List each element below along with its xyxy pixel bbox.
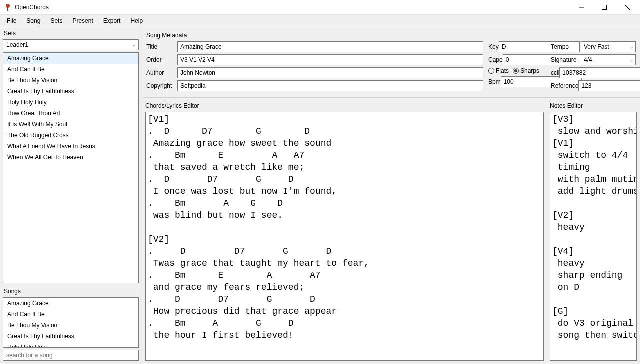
menu-present[interactable]: Present [68, 16, 98, 26]
svg-point-0 [6, 4, 10, 8]
list-item[interactable]: Amazing Grace [4, 53, 138, 64]
bpm-label: Bpm [488, 78, 501, 86]
sets-list[interactable]: Amazing Grace And Can It Be Be Thou My V… [3, 52, 139, 284]
signature-label: Signature [551, 56, 581, 64]
list-item[interactable]: It Is Well With My Soul [4, 119, 138, 130]
reference-input[interactable] [578, 80, 640, 92]
chevron-down-icon: ⌵ [630, 44, 633, 50]
list-item[interactable]: And Can It Be [4, 64, 138, 75]
sharps-radio[interactable]: Sharps [513, 68, 540, 74]
menu-sets[interactable]: Sets [46, 16, 68, 26]
order-input[interactable] [178, 54, 484, 66]
chords-editor-label: Chords/Lyrics Editor [146, 100, 544, 112]
app-title: OpenChords [15, 4, 570, 11]
list-item[interactable]: Holy Holy Holy [4, 97, 138, 108]
list-item[interactable]: Amazing Grace [4, 298, 138, 309]
reference-label: Reference [551, 82, 578, 90]
svg-rect-3 [602, 5, 607, 10]
list-item[interactable]: What A Friend We Have In Jesus [4, 141, 138, 152]
chevron-down-icon: ⌵ [133, 42, 136, 48]
svg-rect-1 [8, 8, 8, 11]
tempo-label: Tempo [551, 44, 581, 50]
ccli-label: ccli [551, 70, 560, 76]
minimize-button[interactable] [570, 0, 593, 14]
flats-radio[interactable]: Flats [488, 68, 509, 74]
menu-export[interactable]: Export [98, 16, 126, 26]
notes-editor[interactable] [550, 112, 637, 361]
list-item[interactable]: When We All Get To Heaven [4, 152, 138, 163]
menubar: File Song Sets Present Export Help [0, 15, 640, 28]
capo-label: Capo [488, 56, 503, 64]
list-item[interactable]: The Old Rugged Cross [4, 130, 138, 141]
app-icon [4, 4, 12, 12]
title-input[interactable] [178, 42, 484, 52]
sets-label: Sets [0, 28, 142, 40]
sets-dropdown[interactable]: Leader1⌵ [3, 40, 139, 50]
copyright-label: Copyright [146, 82, 178, 90]
list-item[interactable]: Be Thou My Vision [4, 320, 138, 331]
author-input[interactable] [178, 68, 484, 78]
author-label: Author [146, 70, 178, 76]
tempo-select[interactable]: Very Fast⌵ [581, 42, 636, 52]
list-item[interactable]: Great Is Thy Faithfulness [4, 331, 138, 342]
list-item[interactable]: How Great Thou Art [4, 108, 138, 119]
maximize-button[interactable] [593, 0, 616, 14]
list-item[interactable]: Holy Holy Holy [4, 342, 138, 348]
songs-label: Songs [0, 286, 142, 298]
metadata-header: Song Metadata [146, 30, 636, 42]
list-item[interactable]: And Can It Be [4, 309, 138, 320]
list-item[interactable]: Great Is Thy Faithfulness [4, 86, 138, 97]
menu-file[interactable]: File [2, 16, 22, 26]
signature-select[interactable]: 4/4⌵ [581, 54, 636, 66]
list-item[interactable]: Be Thou My Vision [4, 75, 138, 86]
songs-list[interactable]: Amazing Grace And Can It Be Be Thou My V… [3, 298, 139, 348]
chords-editor[interactable] [146, 112, 544, 361]
key-label: Key [488, 44, 499, 50]
close-button[interactable] [616, 0, 639, 14]
menu-song[interactable]: Song [22, 16, 46, 26]
notes-editor-label: Notes Editor [550, 100, 637, 112]
menu-help[interactable]: Help [126, 16, 148, 26]
order-label: Order [146, 56, 178, 64]
title-label: Title [146, 44, 178, 50]
chevron-down-icon: ⌵ [630, 58, 633, 62]
copyright-input[interactable] [178, 80, 484, 92]
song-search-input[interactable] [3, 350, 139, 361]
ccli-input[interactable] [560, 68, 640, 78]
